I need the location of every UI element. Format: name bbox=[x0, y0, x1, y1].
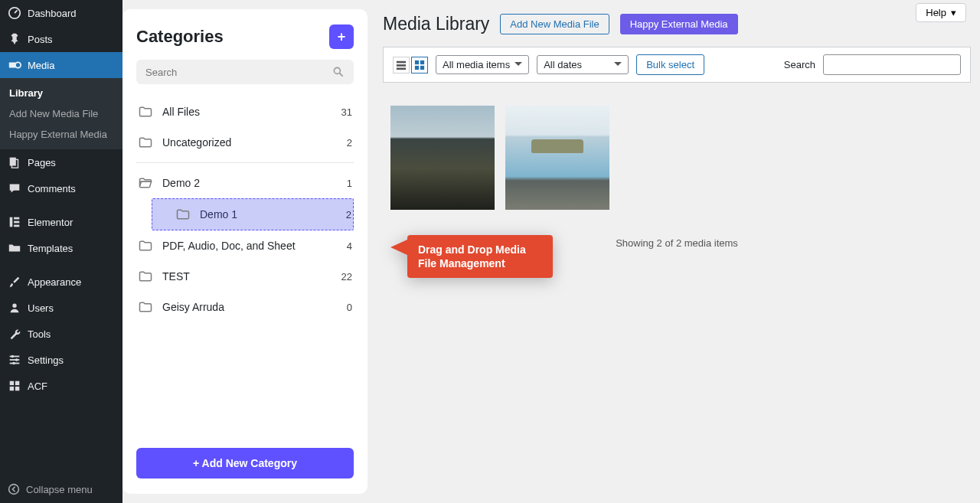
folder-icon bbox=[175, 207, 191, 222]
gauge-icon bbox=[8, 6, 21, 20]
sidebar-item-elementor[interactable]: Elementor bbox=[0, 209, 122, 235]
svg-rect-18 bbox=[10, 387, 14, 390]
folder-icon bbox=[138, 238, 153, 253]
folder-open-icon bbox=[8, 241, 21, 255]
sidebar-item-label: Media bbox=[28, 60, 54, 71]
sidebar-item-label: Users bbox=[28, 302, 54, 314]
sidebar-item-templates[interactable]: Templates bbox=[0, 235, 122, 261]
category-test[interactable]: TEST 22 bbox=[136, 261, 354, 292]
add-new-media-button[interactable]: Add New Media File bbox=[500, 14, 609, 34]
category-pdf-audio[interactable]: PDF, Audio, Doc, and Sheet 4 bbox=[136, 230, 354, 261]
media-item[interactable] bbox=[505, 106, 609, 210]
svg-point-20 bbox=[9, 485, 19, 495]
media-toolbar: All media items All dates Bulk select Se… bbox=[383, 47, 971, 83]
comment-icon bbox=[8, 181, 21, 195]
category-uncategorized[interactable]: Uncategorized 2 bbox=[136, 127, 354, 158]
sidebar-item-label: Posts bbox=[28, 34, 53, 45]
sidebar-item-label: Tools bbox=[28, 328, 51, 340]
sidebar-item-tools[interactable]: Tools bbox=[0, 321, 122, 347]
category-count: 22 bbox=[341, 271, 352, 283]
category-label: TEST bbox=[162, 270, 332, 283]
sidebar-item-pages[interactable]: Pages bbox=[0, 149, 122, 175]
categories-panel: Categories + All Files 31 Uncategorized … bbox=[122, 9, 368, 494]
elementor-icon bbox=[8, 215, 21, 229]
category-label: PDF, Audio, Doc, and Sheet bbox=[162, 240, 338, 252]
sidebar-sub-add-new[interactable]: Add New Media File bbox=[0, 103, 122, 124]
category-demo1-dragging[interactable]: Demo 1 2 bbox=[152, 198, 354, 230]
user-icon bbox=[8, 301, 21, 315]
svg-point-21 bbox=[334, 67, 340, 73]
categories-search[interactable] bbox=[136, 60, 354, 84]
collapse-icon bbox=[8, 483, 20, 495]
svg-rect-7 bbox=[14, 221, 19, 224]
bulk-select-button[interactable]: Bulk select bbox=[636, 54, 704, 75]
categories-search-input[interactable] bbox=[145, 67, 332, 78]
category-all-files[interactable]: All Files 31 bbox=[136, 96, 354, 127]
sidebar-item-label: Templates bbox=[28, 243, 73, 254]
svg-point-2 bbox=[15, 62, 21, 67]
add-category-icon-button[interactable]: + bbox=[329, 24, 354, 49]
list-view-button[interactable] bbox=[393, 57, 410, 73]
sidebar-item-appearance[interactable]: Appearance bbox=[0, 269, 122, 295]
help-toggle-button[interactable]: Help ▾ bbox=[916, 3, 966, 22]
category-geisy[interactable]: Geisy Arruda 0 bbox=[136, 292, 354, 322]
svg-point-9 bbox=[12, 304, 16, 308]
caret-down-icon: ▾ bbox=[951, 7, 956, 18]
svg-rect-28 bbox=[420, 65, 424, 69]
pin-icon bbox=[8, 32, 21, 46]
category-label: Demo 2 bbox=[162, 177, 338, 189]
sidebar-item-acf[interactable]: ACF bbox=[0, 373, 122, 399]
collapse-label: Collapse menu bbox=[26, 484, 93, 495]
sliders-icon bbox=[8, 353, 21, 367]
collapse-menu-button[interactable]: Collapse menu bbox=[0, 475, 122, 503]
svg-rect-23 bbox=[397, 64, 406, 67]
happy-external-media-button[interactable]: Happy External Media bbox=[620, 14, 738, 34]
svg-point-15 bbox=[12, 362, 15, 365]
add-new-category-button[interactable]: + Add New Category bbox=[136, 448, 354, 479]
sidebar-sub-happy-external[interactable]: Happy External Media bbox=[0, 124, 122, 145]
divider bbox=[136, 162, 354, 163]
dates-filter[interactable]: All dates bbox=[537, 55, 629, 74]
grid-icon bbox=[414, 60, 425, 70]
svg-rect-27 bbox=[415, 65, 419, 69]
sidebar-item-label: Elementor bbox=[28, 217, 73, 228]
category-count: 2 bbox=[347, 137, 352, 149]
sidebar-item-label: ACF bbox=[28, 381, 47, 392]
svg-rect-16 bbox=[10, 381, 14, 385]
sidebar-item-label: Dashboard bbox=[28, 8, 77, 19]
svg-rect-3 bbox=[10, 158, 16, 166]
plus-icon: + bbox=[338, 29, 346, 45]
list-icon bbox=[396, 60, 407, 70]
search-icon bbox=[332, 66, 345, 78]
page-icon bbox=[8, 155, 21, 169]
sidebar-item-settings[interactable]: Settings bbox=[0, 347, 122, 373]
sidebar-item-users[interactable]: Users bbox=[0, 295, 122, 321]
category-label: Geisy Arruda bbox=[162, 301, 338, 313]
media-search-input[interactable] bbox=[823, 54, 961, 75]
grid-view-button[interactable] bbox=[411, 57, 428, 73]
callout-arrow-icon bbox=[390, 240, 407, 255]
svg-point-14 bbox=[15, 358, 18, 361]
brush-icon bbox=[8, 275, 21, 289]
svg-rect-25 bbox=[415, 60, 419, 64]
sidebar-item-label: Comments bbox=[28, 183, 76, 194]
sidebar-item-media[interactable]: Media bbox=[0, 52, 122, 78]
media-icon bbox=[8, 58, 21, 72]
categories-title: Categories bbox=[136, 27, 224, 47]
search-label: Search bbox=[784, 59, 815, 70]
folder-icon bbox=[138, 104, 153, 119]
sidebar-item-comments[interactable]: Comments bbox=[0, 175, 122, 201]
category-label: All Files bbox=[162, 106, 332, 118]
admin-sidebar: Dashboard Posts Media Library Add New Me… bbox=[0, 0, 122, 503]
category-demo2[interactable]: Demo 2 1 bbox=[136, 168, 354, 198]
media-item[interactable] bbox=[390, 106, 495, 210]
sidebar-submenu-media: Library Add New Media File Happy Externa… bbox=[0, 78, 122, 149]
folder-icon bbox=[138, 269, 153, 284]
callout-tooltip: Drag and Drop Media File Management bbox=[390, 235, 553, 278]
media-items-filter[interactable]: All media items bbox=[436, 55, 529, 74]
sidebar-sub-library[interactable]: Library bbox=[0, 83, 122, 103]
folder-icon bbox=[138, 299, 153, 315]
sidebar-item-posts[interactable]: Posts bbox=[0, 26, 122, 52]
sidebar-item-dashboard[interactable]: Dashboard bbox=[0, 0, 122, 26]
svg-rect-26 bbox=[420, 60, 424, 64]
